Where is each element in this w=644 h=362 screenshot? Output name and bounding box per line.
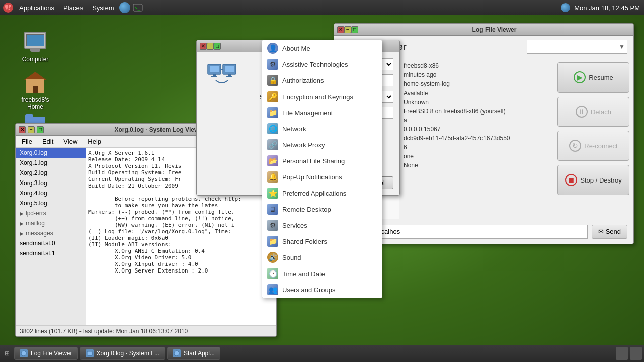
syslog-item-messages[interactable]: ▶ messages (16, 228, 86, 238)
menu-item-personal-sharing[interactable]: 📂 Personal File Sharing (262, 153, 382, 169)
assistive-label: Assistive Technologies (282, 61, 348, 68)
syslog-item-lpd[interactable]: ▶ lpd-errs (16, 208, 86, 218)
menu-item-remote-desktop[interactable]: 🖥 Remote Desktop (262, 201, 382, 217)
menu-item-sound[interactable]: 🔊 Sound (262, 249, 382, 265)
info-unknown: Unknown (404, 99, 549, 106)
top-panel: Applications Places System >_ Mon Jan 18… (0, 0, 644, 15)
taskbar-btn-syslog[interactable]: Xorg.0.log - System L... (80, 347, 165, 360)
taskbar: ⊞ Log File Viewer Xorg.0.log - System L.… (0, 345, 644, 362)
panel-right: Mon Jan 18, 12:45 PM (561, 3, 644, 12)
desktop-icon-home[interactable]: freebsd8's Home (15, 68, 55, 112)
menu-item-about-me[interactable]: 👤 About Me (262, 40, 382, 56)
start-app-icon-area (197, 52, 247, 170)
taskbar-corner-right[interactable] (630, 347, 642, 360)
syslog-item-sendmail0[interactable]: sendmail.st.0 (16, 238, 86, 248)
applications-menu[interactable]: Applications (15, 2, 58, 14)
stop-destroy-button[interactable]: ⏹ Stop / Destroy (557, 165, 629, 195)
detach-button[interactable]: ⏸ Detach (557, 97, 629, 127)
desktop-icon-computer[interactable]: Computer (15, 28, 55, 65)
sound-icon: 🔊 (267, 252, 278, 263)
system-menu[interactable]: System (88, 2, 118, 14)
taskbar-syslog-icon (86, 349, 94, 357)
users-groups-icon: 👥 (267, 284, 278, 295)
preferred-apps-label: Preferred Applications (282, 190, 346, 197)
logfile-actions: ▶ Resume ⏸ Detach ↻ Re-connect ⏹ Stop / … (553, 58, 633, 219)
send-button[interactable]: ✉ Send (592, 225, 627, 239)
svg-rect-13 (228, 74, 231, 76)
file-mgmt-label: File Management (282, 109, 333, 117)
menu-item-encryption[interactable]: 🔑 Encryption and Keyrings (262, 88, 382, 105)
info-uuid: dcb9d9-eb11-475d-afa2-457c1673d550 (404, 135, 549, 142)
svg-rect-14 (226, 76, 232, 77)
start-app-close-button[interactable]: ✕ (200, 43, 207, 50)
taskbar-show-desktop-icon[interactable]: ⊞ (5, 350, 10, 357)
syslog-maximize-button[interactable]: □ (37, 126, 44, 133)
authorizations-label: Authorizations (282, 77, 324, 84)
assistive-icon: ⚙ (267, 59, 278, 70)
svg-point-4 (9, 9, 10, 10)
logfile-minimize-button[interactable]: − (344, 26, 351, 33)
syslog-close-button[interactable]: ✕ (19, 126, 26, 133)
start-app-maximize-button[interactable]: □ (214, 43, 221, 50)
syslog-menu-help[interactable]: Help (84, 137, 105, 146)
taskbar-btn-logfile[interactable]: Log File Viewer (14, 347, 78, 360)
syslog-item-xorg1[interactable]: Xorg.1.log (16, 158, 86, 168)
menu-item-authorizations[interactable]: 🔒 Authorizations (262, 72, 382, 88)
syslog-item-xorg3[interactable]: Xorg.3.log (16, 178, 86, 188)
taskbar-startapp-icon (173, 349, 181, 357)
network-proxy-label: Network Proxy (282, 141, 325, 149)
services-label: Services (282, 222, 307, 229)
menu-item-file-mgmt[interactable]: 📁 File Management (262, 105, 382, 121)
logfile-dropdown[interactable]: ▼ (527, 40, 627, 54)
syslog-menu-view[interactable]: View (59, 137, 82, 146)
menu-item-shared-folders[interactable]: 📁 Shared Folders (262, 233, 382, 249)
menu-item-time-date[interactable]: 🕐 Time and Date (262, 265, 382, 282)
menu-item-popup-notif[interactable]: 🔔 Pop-Up Notifications (262, 169, 382, 185)
terminal-icon[interactable]: >_ (132, 2, 144, 14)
shared-folders-icon: 📁 (267, 236, 278, 247)
syslog-item-xorg5[interactable]: Xorg.5.log (16, 198, 86, 208)
syslog-status-text: 3802 lines (101.7 KB) - last update: Mon… (20, 328, 188, 335)
syslog-item-maillog[interactable]: ▶ maillog (16, 218, 86, 228)
taskbar-left: ⊞ (2, 350, 12, 357)
taskbar-btn-startapp[interactable]: Start Appl... (167, 347, 220, 360)
taskbar-startapp-label: Start Appl... (184, 350, 215, 357)
menu-item-network-proxy[interactable]: 🔗 Network Proxy (262, 137, 382, 153)
send-icon: ✉ (598, 228, 604, 235)
places-menu[interactable]: Places (59, 2, 87, 14)
syslog-item-xorg2[interactable]: Xorg.2.log (16, 168, 86, 178)
time-date-label: Time and Date (282, 270, 325, 278)
syslog-statusbar: 3802 lines (101.7 KB) - last update: Mon… (16, 325, 276, 336)
menu-item-users-groups[interactable]: 👥 Users and Groups (262, 282, 382, 298)
logfile-close-button[interactable]: ✕ (337, 26, 344, 33)
detach-label: Detach (591, 108, 611, 116)
syslog-minimize-button[interactable]: − (28, 126, 35, 133)
globe-icon[interactable] (119, 2, 131, 14)
menu-item-assistive[interactable]: ⚙ Assistive Technologies (262, 56, 382, 72)
syslog-menu-file[interactable]: File (18, 137, 36, 146)
info-port: 0.0.0.0:15067 (404, 126, 549, 133)
personal-sharing-label: Personal File Sharing (282, 157, 345, 165)
reconnect-button[interactable]: ↻ Re-connect (557, 131, 629, 161)
info-a: a (404, 117, 549, 124)
syslog-menu-edit[interactable]: Edit (38, 137, 57, 146)
start-app-minimize-button[interactable]: − (207, 43, 214, 50)
taskbar-corner-left[interactable] (616, 347, 628, 360)
resume-button[interactable]: ▶ Resume (557, 62, 629, 93)
stop-destroy-label: Stop / Destroy (580, 176, 621, 184)
syslog-item-sendmail1[interactable]: sendmail.st.1 (16, 248, 86, 258)
menu-item-network[interactable]: 🌐 Network (262, 121, 382, 137)
panel-left: Applications Places System >_ (0, 2, 144, 14)
svg-rect-10 (211, 76, 217, 77)
syslog-item-xorg4[interactable]: Xorg.4.log (16, 188, 86, 198)
logfile-title: Log File Viewer (358, 26, 630, 33)
menu-item-services[interactable]: ⚙ Services (262, 217, 382, 233)
gnome-foot-icon[interactable] (2, 2, 14, 14)
encryption-icon: 🔑 (267, 91, 278, 102)
logfile-maximize-button[interactable]: □ (351, 26, 358, 33)
stop-destroy-icon: ⏹ (565, 174, 577, 186)
menu-item-preferred-apps[interactable]: ⭐ Preferred Applications (262, 185, 382, 201)
file-mgmt-icon: 📁 (267, 107, 278, 118)
syslog-item-xorg0[interactable]: Xorg.0.log (16, 148, 86, 158)
info-freebsd: freebsd8-x86 (404, 62, 549, 69)
